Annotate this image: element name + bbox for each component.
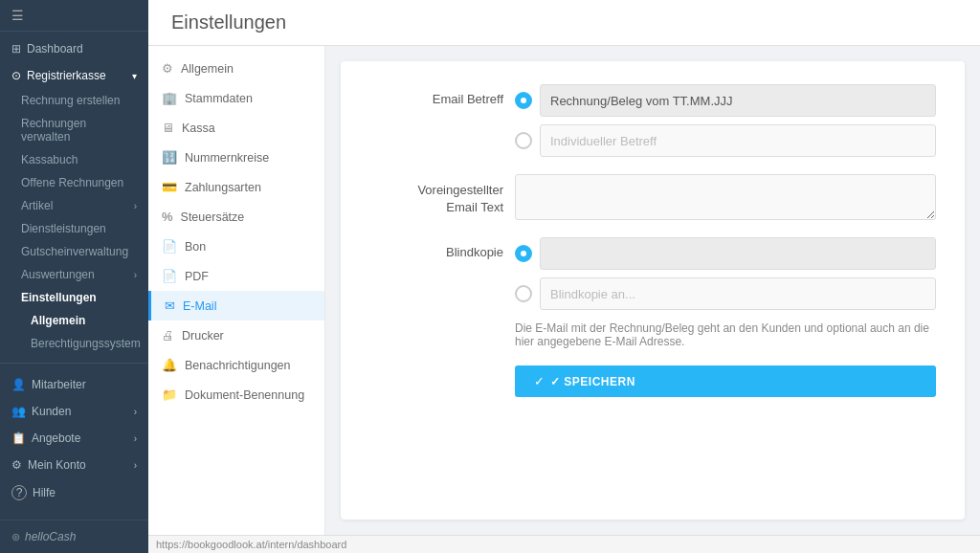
sub-nav-pdf[interactable]: 📄 PDF (148, 261, 324, 291)
sidebar-item-label: Kunden (32, 405, 71, 418)
sidebar-item-label: Kassabuch (21, 153, 78, 166)
nummernkreise-icon: 🔢 (162, 150, 177, 165)
sidebar-item-hilfe[interactable]: ? Hilfe (0, 478, 148, 507)
sidebar-item-rechnung-erstellen[interactable]: Rechnung erstellen (0, 89, 148, 112)
sub-nav-kassa[interactable]: 🖥 Kassa (148, 113, 324, 143)
sidebar-item-label: Mitarbeiter (32, 378, 86, 391)
logo-icon: ⊛ (11, 531, 20, 543)
email-betreff-option1-input[interactable] (540, 84, 936, 117)
blindkopie-input2[interactable] (540, 277, 936, 310)
sidebar-item-label: Registrierkasse (27, 69, 106, 82)
email-betreff-option2-row (515, 124, 936, 157)
chevron-right-icon: › (134, 433, 137, 444)
sidebar-item-label: Artikel (21, 199, 53, 212)
sidebar-item-mein-konto[interactable]: ⚙ Mein Konto › (0, 452, 148, 478)
sub-nav-label: Drucker (182, 329, 224, 343)
hilfe-icon: ? (11, 485, 27, 500)
sidebar-section-bottom: 👤 Mitarbeiter 👥 Kunden › 📋 Angebote › ⚙ … (0, 367, 148, 511)
email-icon: ✉ (165, 299, 175, 313)
sub-nav-label: Benachrichtigungen (185, 359, 291, 372)
sub-nav-email[interactable]: ✉ E-Mail (148, 291, 324, 321)
sub-nav-dokument-benennung[interactable]: 📁 Dokument-Benennung (148, 380, 324, 409)
sidebar-item-angebote[interactable]: 📋 Angebote › (0, 425, 148, 452)
blindkopie-row: Blindkopie Die E-Mail mit der Rechnung/B… (369, 237, 936, 348)
blindkopie-label: Blindkopie (369, 237, 503, 259)
sub-nav-label: Bon (185, 240, 206, 254)
form-panel: Email Betreff Voreingestellter Email Tex… (341, 61, 965, 520)
dashboard-icon: ⊞ (11, 42, 21, 55)
blindkopie-radio2[interactable] (515, 285, 532, 302)
sub-nav-zahlungsarten[interactable]: 💳 Zahlungsarten (148, 172, 324, 202)
sidebar-item-dienstleistungen[interactable]: Dienstleistungen (0, 217, 148, 240)
sub-nav-label: Dokument-Benennung (185, 388, 304, 402)
pdf-icon: 📄 (162, 269, 177, 283)
sidebar-item-kunden[interactable]: 👥 Kunden › (0, 398, 148, 425)
sidebar-item-dashboard[interactable]: ⊞ Dashboard (0, 35, 148, 62)
email-text-textarea[interactable] (515, 174, 936, 220)
sidebar-item-registrierkasse[interactable]: ⊙ Registrierkasse ▾ (0, 62, 148, 89)
sub-nav-nummernkreise[interactable]: 🔢 Nummernkreise (148, 143, 324, 172)
mein-konto-icon: ⚙ (11, 458, 22, 472)
sub-nav-label: Kassa (182, 122, 215, 135)
sidebar-item-auswertungen[interactable]: Auswertungen › (0, 263, 148, 286)
sidebar-item-label: Hilfe (33, 486, 56, 499)
sidebar-item-label: Rechnung erstellen (21, 94, 120, 107)
registrierkasse-icon: ⊙ (11, 69, 21, 82)
blindkopie-input1[interactable] (540, 237, 936, 270)
sub-nav-allgemein[interactable]: ⚙ Allgemein (148, 54, 324, 83)
email-betreff-label: Email Betreff (369, 84, 503, 106)
save-button[interactable]: ✓ ✓ SPEICHERN (515, 365, 936, 397)
sidebar-item-mitarbeiter[interactable]: 👤 Mitarbeiter (0, 371, 148, 398)
drucker-icon: 🖨 (162, 328, 174, 343)
sidebar-item-label: Dashboard (27, 42, 83, 55)
sub-nav-label: Zahlungsarten (185, 181, 261, 194)
sidebar-item-gutscheinverwaltung[interactable]: Gutscheinverwaltung (0, 240, 148, 263)
sidebar-item-kassabuch[interactable]: Kassabuch (0, 148, 148, 171)
menu-icon[interactable]: ☰ (11, 8, 24, 23)
chevron-right-icon: › (134, 407, 137, 417)
sub-nav-stammdaten[interactable]: 🏢 Stammdaten (148, 83, 324, 113)
save-button-label: ✓ SPEICHERN (550, 375, 635, 388)
blindkopie-option2-row (515, 277, 936, 310)
radio-option1[interactable] (515, 92, 532, 109)
sidebar-item-artikel[interactable]: Artikel › (0, 194, 148, 217)
chevron-down-icon: ▾ (132, 71, 137, 81)
email-betreff-option2-input[interactable] (540, 124, 936, 157)
blindkopie-radio1[interactable] (515, 245, 532, 262)
chevron-right-icon: › (134, 270, 137, 280)
allgemein-icon: ⚙ (162, 61, 173, 76)
email-text-row: Voreingestellter Email Text (369, 174, 936, 220)
sidebar-item-label: Angebote (32, 431, 80, 445)
email-text-fields (515, 174, 936, 220)
sidebar-item-label: Allgemein (31, 314, 85, 327)
sidebar-logo: ⊛ helloCash (0, 520, 148, 553)
blindkopie-hint: Die E-Mail mit der Rechnung/Beleg geht a… (515, 321, 936, 348)
content-area: ⚙ Allgemein 🏢 Stammdaten 🖥 Kassa 🔢 Numme… (148, 46, 980, 535)
sub-nav-steuersaetze[interactable]: % Steuersätze (148, 202, 324, 232)
zahlungsarten-icon: 💳 (162, 180, 177, 194)
benachrichtigungen-icon: 🔔 (162, 358, 177, 372)
sidebar-item-label: Berechtigungssystem (31, 337, 141, 350)
sidebar-item-einstellungen[interactable]: Einstellungen (0, 286, 148, 309)
sub-nav-label: PDF (185, 270, 209, 283)
kunden-icon: 👥 (11, 405, 26, 418)
blindkopie-option1-row (515, 237, 936, 270)
sub-nav-benachrichtigungen[interactable]: 🔔 Benachrichtigungen (148, 350, 324, 380)
mitarbeiter-icon: 👤 (11, 378, 26, 391)
sidebar-section-main: ⊞ Dashboard ⊙ Registrierkasse ▾ Rechnung… (0, 32, 148, 359)
sidebar-item-allgemein[interactable]: Allgemein (0, 309, 148, 332)
logo-text: helloCash (25, 530, 76, 543)
sidebar-item-berechtigungssystem[interactable]: Berechtigungssystem (0, 332, 148, 355)
save-row: ✓ ✓ SPEICHERN (369, 365, 936, 397)
sub-nav-label: E-Mail (183, 299, 216, 313)
sidebar-item-label: Auswertungen (21, 268, 95, 281)
sidebar-item-offene-rechnungen[interactable]: Offene Rechnungen (0, 171, 148, 194)
sidebar: ☰ ⊞ Dashboard ⊙ Registrierkasse ▾ Rechnu… (0, 0, 148, 553)
sub-nav-drucker[interactable]: 🖨 Drucker (148, 321, 324, 350)
sidebar-top: ☰ (0, 0, 148, 32)
sub-nav-bon[interactable]: 📄 Bon (148, 232, 324, 261)
sidebar-item-rechnungen-verwalten[interactable]: Rechnungen verwalten (0, 112, 148, 148)
radio-option2[interactable] (515, 132, 532, 149)
sub-nav-label: Steuersätze (181, 210, 245, 224)
sub-nav-label: Allgemein (181, 62, 234, 76)
